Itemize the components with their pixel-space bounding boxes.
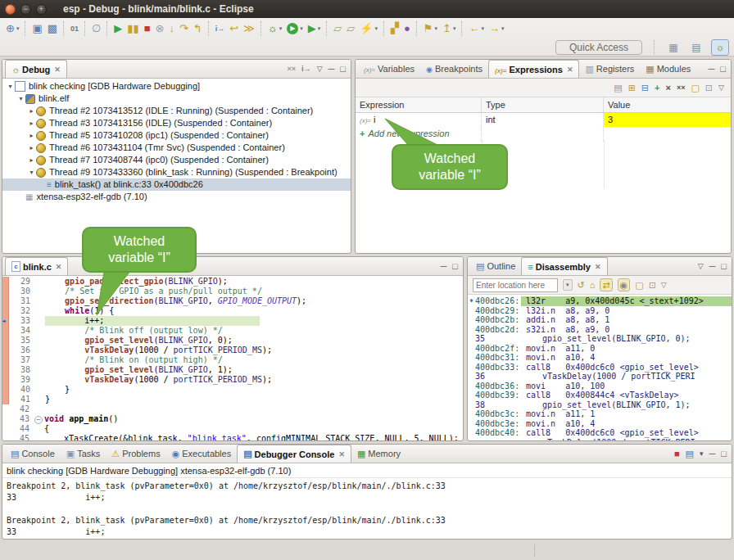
back-button[interactable]: ←▾ — [467, 20, 486, 37]
tab-console[interactable]: Console — [5, 445, 61, 463]
tab-close-icon[interactable]: ✕ — [56, 263, 62, 271]
debug-perspective-button[interactable]: ☼ — [711, 39, 729, 56]
console-output[interactable]: Breakpoint 2, blink_task (pvParameter=0x… — [2, 478, 732, 540]
disconnect-button[interactable]: ⊗ — [154, 20, 166, 37]
add-expression-button[interactable]: + — [655, 82, 659, 93]
tab-breakpoints[interactable]: Breakpoints — [420, 61, 488, 78]
home-icon[interactable]: ⌂ — [590, 279, 596, 291]
minimize-icon[interactable]: ─ — [709, 448, 716, 459]
expand-arrow-icon[interactable]: ▾ — [16, 93, 25, 105]
location-input[interactable] — [473, 278, 558, 292]
expand-arrow-icon[interactable]: ▸ — [27, 142, 36, 154]
show-type-names-button[interactable]: ▤ — [614, 82, 622, 93]
debug-tree-item[interactable]: ▦xtensa-esp32-elf-gdb (7.10) — [2, 191, 351, 203]
debug-button[interactable]: ☼▾ — [266, 20, 283, 37]
remove-all-expressions-button[interactable]: ×× — [677, 82, 686, 93]
terminate-console-button[interactable]: ■ — [674, 448, 680, 459]
pin-view-button[interactable]: ⊡ — [649, 279, 656, 291]
run-button[interactable]: ▶▾ — [285, 20, 305, 37]
tab-disassembly[interactable]: Disassembly✕ — [521, 257, 607, 275]
view-menu-icon[interactable]: ▽ — [698, 260, 704, 272]
dropdown-arrow-icon[interactable]: ▾ — [16, 25, 20, 32]
tab-close-icon[interactable]: ✕ — [338, 450, 345, 458]
expand-arrow-icon[interactable]: ▾ — [27, 166, 36, 178]
instruction-stepping-button[interactable]: i→ — [214, 20, 227, 37]
external-tools-button[interactable]: ▶▾ — [306, 20, 323, 37]
instruction-stepping-toggle[interactable]: i→ — [301, 63, 311, 75]
debug-tree-item[interactable]: ≡blink_task() at blink.c:33 0x400dbc26 — [2, 178, 351, 191]
minimize-icon[interactable]: ─ — [709, 260, 716, 272]
maximize-icon[interactable]: □ — [721, 260, 727, 272]
tab-expressions[interactable]: Expressions✕ — [488, 60, 579, 78]
open-folder-button[interactable]: ▱ — [345, 20, 356, 37]
view-menu-icon[interactable]: ▽ — [718, 82, 724, 93]
console-dropdown-icon[interactable]: ▾ — [700, 448, 704, 459]
flash-target-button[interactable]: ⚡▾ — [358, 20, 379, 37]
debug-tree-item[interactable]: ▸Thread #3 1073413156 (IDLE) (Suspended … — [2, 117, 351, 129]
view-menu-icon[interactable]: ▽ — [661, 279, 667, 291]
maximize-icon[interactable]: □ — [452, 260, 458, 272]
tab-outline[interactable]: Outline — [470, 258, 521, 275]
resume-button[interactable]: ▶ — [112, 20, 124, 37]
sync-with-active-context-button[interactable]: ⇄ — [600, 278, 612, 291]
debug-tree-item[interactable]: ▾blink checking [GDB Hardware Debugging] — [2, 80, 351, 93]
debug-tree-item[interactable]: ▸Thread #5 1073410208 (ipc1) (Suspended … — [2, 129, 351, 142]
dropdown-arrow-icon[interactable]: ▾ — [374, 25, 378, 32]
minimize-icon[interactable]: ─ — [709, 63, 715, 75]
track-expression-button[interactable]: ◉ — [618, 278, 631, 291]
window-close-button[interactable] — [5, 4, 16, 15]
new-wizard-button[interactable]: ⊕▾ — [4, 20, 20, 37]
tab-tasks[interactable]: Tasks — [61, 445, 106, 463]
step-return-button[interactable]: ↰ — [192, 20, 204, 37]
debug-tree-item[interactable]: ▸Thread #7 1073408744 (ipc0) (Suspended … — [2, 154, 351, 166]
tab-registers[interactable]: Registers — [579, 61, 640, 78]
debug-tree[interactable]: ▾blink checking [GDB Hardware Debugging]… — [2, 79, 351, 203]
save-button[interactable]: ▣ — [30, 20, 43, 37]
expand-arrow-icon[interactable]: ▾ — [6, 80, 15, 93]
tab-close-icon[interactable]: ✕ — [595, 263, 601, 271]
tab-debug[interactable]: Debug ✕ — [5, 60, 67, 78]
debug-tree-item[interactable]: ▾Thread #9 1073433360 (blink_task : Runn… — [2, 166, 351, 178]
tab-variables[interactable]: Variables — [358, 61, 420, 78]
cpp-perspective-button[interactable]: ▤ — [688, 40, 705, 55]
dropdown-arrow-icon[interactable]: ▾ — [279, 25, 283, 32]
skip-all-breakpoints-button[interactable]: ∅ — [90, 20, 102, 37]
terminate-button[interactable]: ■ — [143, 20, 152, 37]
fold-minus-icon[interactable]: − — [34, 416, 43, 424]
column-value[interactable]: Value — [604, 97, 731, 112]
drop-to-frame-button[interactable]: ↩ — [228, 20, 240, 37]
display-selected-console-button[interactable]: ▤ — [686, 448, 694, 459]
remove-expression-button[interactable]: × — [666, 82, 671, 93]
dropdown-arrow-icon[interactable]: ▾ — [318, 25, 321, 32]
forward-button[interactable]: →▾ — [487, 20, 506, 37]
disassembly-listing[interactable]: ♦400dbc26:l32r a9, 0x400d045c <_stext+10… — [468, 295, 732, 441]
column-expression[interactable]: Expression — [356, 97, 482, 112]
tab-close-icon[interactable]: ✕ — [54, 65, 61, 74]
tab-modules[interactable]: Modules — [640, 61, 696, 78]
minimize-icon[interactable]: ─ — [441, 260, 447, 272]
view-menu-icon[interactable]: ▽ — [317, 63, 323, 75]
show-logical-structure-button[interactable]: ⊞ — [628, 82, 636, 93]
step-over-button[interactable]: ↷ — [178, 20, 190, 37]
window-minimize-button[interactable]: − — [20, 4, 31, 15]
dropdown-arrow-icon[interactable]: ▾ — [481, 25, 484, 32]
column-type[interactable]: Type — [482, 97, 604, 112]
minimize-icon[interactable]: ─ — [328, 63, 335, 75]
dropdown-arrow-icon[interactable]: ▾ — [300, 25, 303, 32]
code-editor[interactable]: 29 gpio_pad_select_gpio(BLINK_GPIO);30 /… — [2, 276, 463, 441]
location-dropdown-icon[interactable]: ▾ — [563, 279, 573, 291]
save-all-button[interactable]: ▩ — [46, 20, 59, 37]
suspend-button[interactable]: ▮▮ — [125, 20, 140, 37]
maximize-icon[interactable]: □ — [721, 448, 727, 459]
tab-close-icon[interactable]: ✕ — [567, 65, 573, 74]
debug-tree-item[interactable]: ▾blink.elf — [2, 93, 351, 105]
dropdown-arrow-icon[interactable]: ▾ — [501, 25, 505, 32]
format-button[interactable]: ▞ — [389, 20, 401, 37]
profile-button[interactable]: ● — [402, 20, 412, 37]
pin-view-button[interactable]: ⊡ — [705, 82, 713, 93]
remove-all-terminated-button[interactable]: ×× — [288, 63, 297, 75]
tab-memory[interactable]: Memory — [351, 445, 406, 463]
window-maximize-button[interactable]: + — [36, 4, 47, 15]
new-view-button[interactable]: ▢ — [635, 279, 643, 291]
quick-access-button[interactable]: Quick Access — [555, 40, 642, 55]
